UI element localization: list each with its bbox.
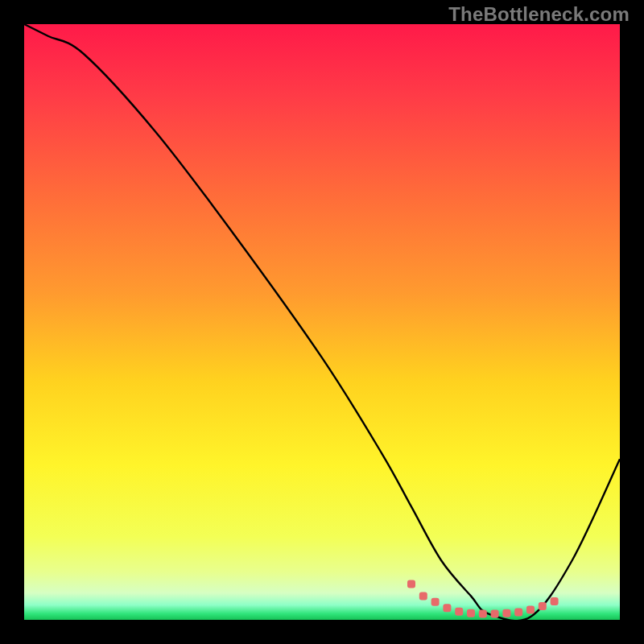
marker-point	[479, 610, 487, 618]
marker-point	[539, 602, 547, 610]
chart-frame: TheBottleneck.com	[0, 0, 644, 644]
marker-point	[431, 598, 440, 606]
marker-point	[526, 605, 535, 613]
marker-point	[514, 608, 522, 616]
marker-point	[419, 592, 427, 600]
marker-point	[455, 608, 463, 616]
bottleneck-chart	[24, 24, 620, 620]
marker-point	[407, 580, 415, 588]
attribution-text: TheBottleneck.com	[448, 3, 630, 26]
marker-point	[467, 609, 475, 617]
marker-point	[443, 604, 451, 612]
heatmap-background	[24, 24, 620, 620]
marker-point	[502, 609, 510, 617]
marker-point	[551, 597, 559, 605]
marker-point	[491, 610, 499, 618]
